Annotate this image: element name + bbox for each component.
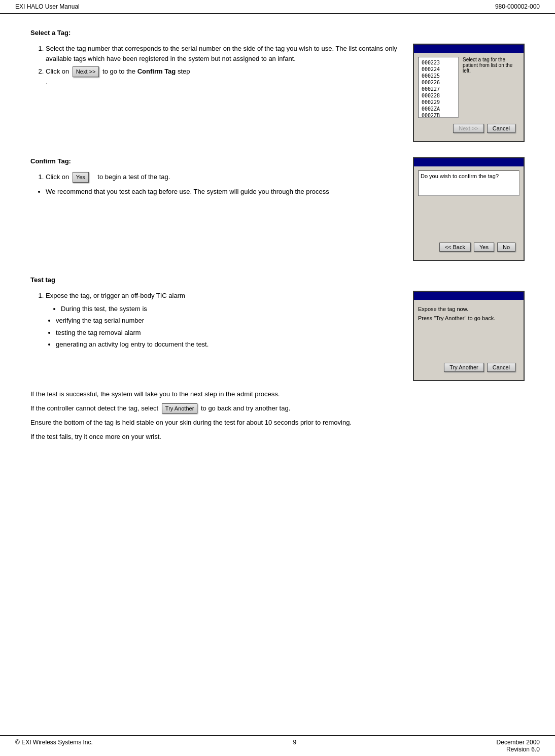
page-header: EXI HALO User Manual 980-000002-000	[0, 0, 555, 14]
select-tag-instruction: Select a tag for the patient from list o…	[463, 57, 519, 122]
test-tag-bullet-4: generating an activity log entry to docu…	[56, 339, 398, 350]
confirm-tag-steps: Click on Yes to begin a test of the tag.	[46, 172, 398, 183]
test-tag-dialog-body: Expose the tag now. Press "Try Another" …	[414, 300, 524, 380]
confirm-tag-question: Do you wish to confirm the tag?	[418, 170, 519, 196]
confirm-tag-spacer	[418, 200, 519, 240]
list-item[interactable]: 000225	[421, 73, 456, 79]
confirm-tag-bullet-1: We recommend that you test each tag befo…	[46, 187, 398, 197]
list-item[interactable]: 000223	[421, 59, 456, 66]
cancel-dialog-button[interactable]: Cancel	[487, 124, 515, 133]
page-footer: © EXI Wireless Systems Inc. 9 December 2…	[0, 735, 555, 756]
paragraph-4: If the test fails, try it once more on y…	[30, 432, 525, 442]
yes-button[interactable]: Yes	[474, 243, 494, 252]
confirm-tag-dialog-body: Do you wish to confirm the tag? << Back …	[414, 166, 524, 260]
list-item[interactable]: 0002ZA	[421, 106, 456, 112]
select-tag-dialog-body: 000223 000224 000225 000226 000227 00022…	[414, 53, 524, 141]
confirm-tag-dialog-titlebar	[414, 158, 524, 166]
paragraph-3: Ensure the bottom of the tag is held sta…	[30, 418, 525, 428]
next-dialog-button[interactable]: Next >>	[453, 124, 484, 133]
test-tag-text: Expose the tag, or trigger an off-body T…	[30, 291, 398, 354]
test-tag-title: Test tag	[30, 276, 525, 284]
list-item[interactable]: 000224	[421, 66, 456, 73]
yes-button-inline[interactable]: Yes	[73, 172, 89, 183]
test-tag-paragraphs: If the test is successful, the system wi…	[30, 389, 525, 441]
footer-revision: Revision 6.0	[497, 746, 540, 753]
try-another-button[interactable]: Try Another	[444, 363, 483, 372]
confirm-tag-text: Confirm Tag: Click on Yes to begin a tes…	[30, 157, 398, 198]
confirm-tag-step-1: Click on Yes to begin a test of the tag.	[46, 172, 398, 183]
footer-center: 9	[293, 739, 296, 753]
select-tag-dialog-box: 000223 000224 000225 000226 000227 00022…	[413, 44, 525, 142]
select-tag-title: Select a Tag:	[30, 29, 525, 37]
no-button[interactable]: No	[497, 243, 515, 252]
back-button[interactable]: << Back	[439, 243, 471, 252]
footer-right: December 2000 Revision 6.0	[497, 739, 540, 753]
test-tag-body: Expose the tag, or trigger an off-body T…	[30, 291, 525, 381]
select-tag-step-2: Click on Next >> to go to the Confirm Ta…	[46, 66, 398, 87]
list-item[interactable]: 000229	[421, 99, 456, 106]
next-button-inline[interactable]: Next >>	[73, 66, 99, 77]
test-tag-dialog: Expose the tag now. Press "Try Another" …	[413, 291, 525, 381]
footer-date: December 2000	[497, 739, 540, 746]
try-another-inline-btn[interactable]: Try Another	[162, 403, 197, 414]
test-tag-expose-text: Expose the tag now. Press "Try Another" …	[418, 304, 519, 325]
test-tag-dialog-spacer	[418, 325, 519, 361]
test-tag-dialog-box: Expose the tag now. Press "Try Another" …	[413, 291, 525, 381]
test-tag-bullet-1: During this test, the system is	[61, 304, 398, 314]
test-tag-bullet-3: testing the tag removal alarm	[56, 328, 398, 338]
test-tag-steps: Expose the tag, or trigger an off-body T…	[46, 291, 398, 350]
test-tag-buttons: Try Another Cancel	[418, 361, 519, 376]
select-tag-dialog: 000223 000224 000225 000226 000227 00022…	[413, 44, 525, 142]
select-tag-body: Select the tag number that corresponds t…	[30, 44, 525, 142]
select-tag-step-1: Select the tag number that corresponds t…	[46, 44, 398, 63]
select-tag-text: Select the tag number that corresponds t…	[30, 44, 398, 91]
confirm-tag-body: Confirm Tag: Click on Yes to begin a tes…	[30, 157, 525, 261]
test-tag-bullet-2: verifying the tag serial number	[56, 316, 398, 326]
confirm-tag-buttons: << Back Yes No	[418, 240, 519, 256]
header-left: EXI HALO User Manual	[15, 3, 80, 10]
select-tag-dialog-titlebar	[414, 45, 524, 53]
select-tag-section: Select a Tag: Select the tag number that…	[30, 29, 525, 142]
select-tag-buttons: Next >> Cancel	[418, 122, 519, 137]
select-tag-steps: Select the tag number that corresponds t…	[46, 44, 398, 87]
test-tag-section: Test tag Expose the tag, or trigger an o…	[30, 276, 525, 441]
list-item[interactable]: 000227	[421, 86, 456, 92]
header-right: 980-000002-000	[495, 3, 540, 10]
footer-left: © EXI Wireless Systems Inc.	[15, 739, 93, 753]
paragraph-1: If the test is successful, the system wi…	[30, 389, 525, 399]
list-item[interactable]: 000226	[421, 79, 456, 86]
main-content: Select a Tag: Select the tag number that…	[0, 14, 555, 487]
confirm-tag-section: Confirm Tag: Click on Yes to begin a tes…	[30, 157, 525, 261]
paragraph-2: If the controller cannot detect the tag,…	[30, 403, 525, 414]
confirm-tag-dialog-box: Do you wish to confirm the tag? << Back …	[413, 157, 525, 261]
test-tag-step-1: Expose the tag, or trigger an off-body T…	[46, 291, 398, 350]
confirm-tag-bullets: We recommend that you test each tag befo…	[46, 187, 398, 197]
test-tag-dialog-titlebar	[414, 292, 524, 300]
confirm-tag-dialog: Do you wish to confirm the tag? << Back …	[413, 157, 525, 261]
test-tag-bullets-level1: During this test, the system is	[61, 304, 398, 314]
list-item[interactable]: 0002ZB	[421, 112, 456, 118]
test-cancel-button[interactable]: Cancel	[487, 363, 515, 372]
confirm-tag-title: Confirm Tag:	[30, 157, 398, 165]
test-tag-bullets-level2: verifying the tag serial number testing …	[56, 316, 398, 350]
tag-list[interactable]: 000223 000224 000225 000226 000227 00022…	[418, 57, 459, 118]
list-item[interactable]: 000228	[421, 92, 456, 99]
